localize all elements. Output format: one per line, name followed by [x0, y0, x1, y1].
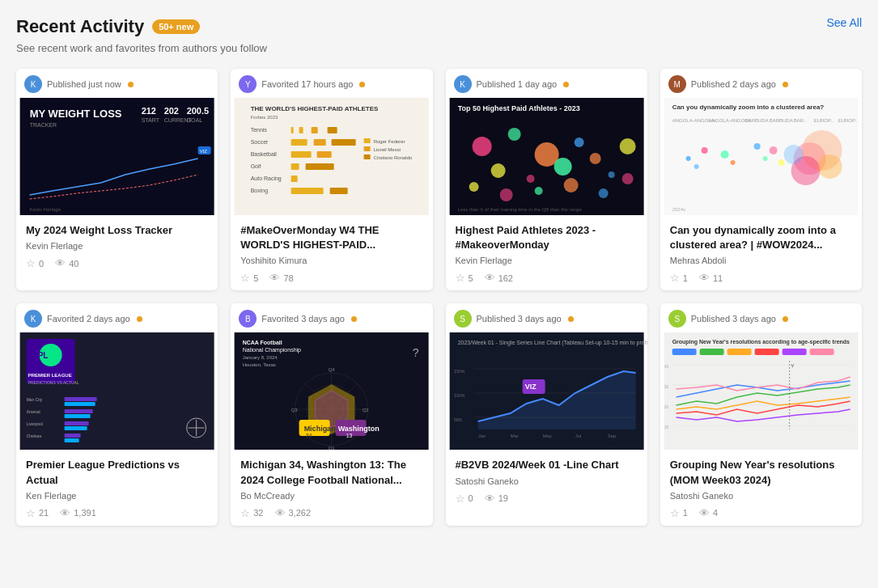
card-5[interactable]: K Favorited 2 days ago PL PREMIER LEAGUE…: [16, 303, 218, 525]
svg-rect-16: [291, 127, 294, 133]
svg-text:VIZ: VIZ: [200, 149, 208, 154]
card-8[interactable]: S Published 3 days ago Grouping New Year…: [660, 303, 862, 525]
svg-text:Sep: Sep: [607, 434, 616, 438]
card-1[interactable]: K Published just now MY WEIGHT LOSS TRAC…: [16, 69, 218, 290]
svg-point-72: [720, 150, 728, 159]
card-6-author: Bo McCready: [240, 491, 422, 501]
svg-text:MY WEIGHT LOSS: MY WEIGHT LOSS: [30, 108, 122, 120]
card-3-stars: ☆ 5: [456, 272, 473, 284]
see-all-link[interactable]: See All: [826, 16, 862, 29]
new-badge: 50+ new: [152, 19, 200, 34]
svg-text:2023/Week 01 - Single Series L: 2023/Week 01 - Single Series Line Chart …: [457, 340, 647, 346]
svg-text:PREDICTIONS VS ACTUAL: PREDICTIONS VS ACTUAL: [28, 380, 79, 385]
svg-rect-101: [65, 438, 79, 442]
card-8-author: Satoshi Ganeko: [670, 491, 852, 501]
svg-point-55: [563, 178, 578, 192]
card-7-author: Satoshi Ganeko: [456, 476, 638, 486]
card-6[interactable]: B Favorited 3 days ago NCAA Football Nat…: [231, 303, 432, 525]
card-8-action: Published 3 days ago: [691, 314, 776, 324]
card-4-stars: ☆ 1: [670, 272, 688, 284]
card-6-views: 👁 3,262: [275, 507, 312, 519]
star-icon: ☆: [26, 507, 36, 519]
card-2-author: Yoshihito Kimura: [240, 256, 422, 265]
card-5-meta: K Favorited 2 days ago: [16, 303, 218, 332]
card-7[interactable]: S Published 3 days ago 2023/Week 01 - Si…: [446, 303, 647, 525]
svg-text:EUROP..: EUROP..: [813, 118, 833, 123]
svg-text:Q3: Q3: [291, 408, 299, 412]
card-6-thumbnail: NCAA Football National Championship Janu…: [231, 332, 432, 450]
svg-rect-37: [364, 146, 371, 151]
card-2-title: #MakeOverMonday W4 THE WORLD'S HIGHEST-P…: [240, 223, 422, 252]
svg-point-58: [621, 173, 633, 184]
card-3[interactable]: K Published 1 day ago Top 50 Highest Pai…: [446, 69, 647, 290]
card-8-body: Grouping New Year's resolutions (MOM Wee…: [660, 450, 862, 525]
card-8-meta: S Published 3 days ago: [660, 303, 862, 332]
svg-text:Michigan: Michigan: [304, 425, 336, 433]
svg-text:BARBUDA: BARBUDA: [744, 118, 768, 123]
card-8-thumbnail: Grouping New Year's resolutions accordin…: [660, 332, 862, 450]
card-3-title: Highest Paid Athletes 2023 - #MakeoverMo…: [456, 223, 638, 252]
svg-text:May: May: [542, 434, 551, 438]
svg-text:Roger Federer: Roger Federer: [374, 139, 405, 144]
svg-point-57: [619, 138, 635, 154]
card-8-views: 👁 4: [699, 507, 718, 519]
avatar-3: K: [454, 75, 472, 93]
star-icon: ☆: [240, 507, 250, 519]
svg-text:10: 10: [664, 425, 668, 429]
svg-point-48: [526, 175, 534, 183]
card-4-action: Published 2 days ago: [691, 79, 776, 89]
svg-rect-150: [727, 349, 751, 355]
card-6-action: Favorited 3 days ago: [261, 314, 345, 324]
svg-point-44: [507, 128, 520, 141]
card-2-body: #MakeOverMonday W4 THE WORLD'S HIGHEST-P…: [231, 215, 432, 290]
section-title: Recent Activity: [16, 16, 144, 37]
svg-point-51: [608, 171, 614, 178]
svg-text:Less than X of their training : Less than X of their training time in th…: [457, 207, 582, 212]
svg-text:BAR..: BAR..: [793, 118, 806, 123]
card-4[interactable]: M Published 2 days ago Can you dynamical…: [660, 69, 862, 290]
svg-text:START: START: [142, 117, 160, 123]
card-4-views: 👁 11: [699, 272, 723, 284]
svg-text:GOAL: GOAL: [187, 117, 203, 123]
eye-icon: 👁: [699, 507, 710, 519]
avatar-5: K: [24, 310, 42, 328]
card-7-meta: S Published 3 days ago: [446, 303, 647, 332]
card-4-author: Mehras Abdoli: [670, 256, 852, 265]
svg-text:TRACKER: TRACKER: [30, 122, 57, 128]
card-2[interactable]: Y Favorited 17 hours ago THE WORLD'S HIG…: [231, 69, 432, 290]
star-icon: ☆: [456, 272, 465, 284]
card-1-thumbnail: MY WEIGHT LOSS TRACKER 212 START 202 CUR…: [16, 98, 218, 215]
svg-text:Chelsea: Chelsea: [27, 434, 42, 438]
svg-text:30: 30: [664, 384, 668, 389]
card-5-author: Ken Flerlage: [26, 491, 208, 501]
svg-rect-23: [332, 139, 356, 146]
svg-text:PL: PL: [38, 351, 49, 360]
card-1-title: My 2024 Weight Loss Tracker: [26, 223, 208, 238]
svg-text:Washington: Washington: [338, 425, 380, 433]
eye-icon: 👁: [60, 507, 70, 519]
svg-point-80: [762, 156, 767, 161]
card-6-status-dot: [351, 316, 357, 322]
svg-rect-97: [65, 421, 89, 425]
svg-text:Cristiano Ronaldo: Cristiano Ronaldo: [374, 155, 413, 160]
card-7-stars: ☆ 0: [456, 493, 473, 505]
svg-rect-95: [65, 414, 91, 418]
svg-text:Auto Racing: Auto Racing: [251, 176, 282, 182]
svg-text:Q4: Q4: [329, 367, 336, 372]
svg-point-82: [778, 159, 784, 166]
card-1-views: 👁 40: [55, 257, 78, 269]
star-icon: ☆: [240, 272, 250, 284]
card-1-stars: ☆ 0: [26, 257, 44, 269]
svg-text:Tennis: Tennis: [251, 127, 268, 133]
svg-rect-149: [699, 349, 723, 355]
card-6-stats: ☆ 32 👁 3,262: [240, 507, 422, 519]
card-5-status-dot: [137, 316, 142, 322]
svg-text:Jan: Jan: [477, 434, 486, 438]
card-8-title: Grouping New Year's resolutions (MOM Wee…: [670, 458, 852, 487]
eye-icon: 👁: [699, 272, 710, 284]
eye-icon: 👁: [485, 493, 495, 505]
svg-point-71: [693, 164, 698, 169]
card-6-stars: ☆ 32: [240, 507, 263, 519]
eye-icon: 👁: [275, 507, 286, 519]
svg-text:Q1: Q1: [329, 446, 336, 450]
